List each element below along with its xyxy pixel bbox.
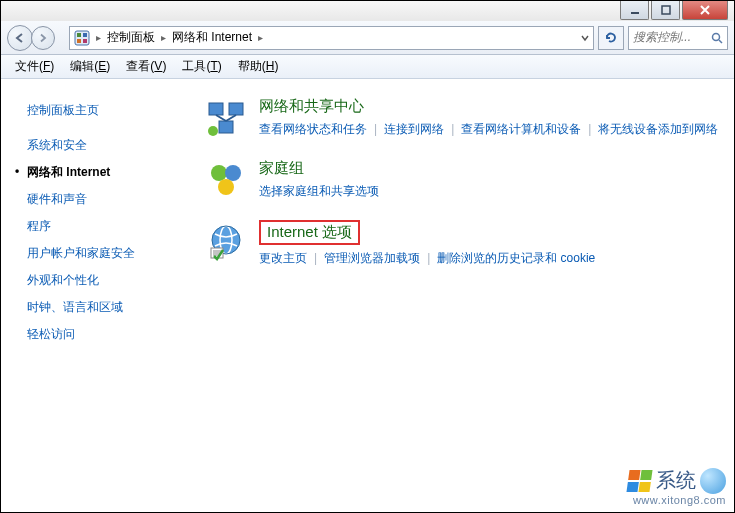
titlebar (1, 1, 734, 21)
svg-rect-11 (219, 121, 233, 133)
svg-rect-9 (209, 103, 223, 115)
link-separator: | (451, 122, 454, 136)
menu-f[interactable]: 文件(F) (7, 56, 62, 77)
link-separator: | (427, 251, 430, 265)
chevron-right-icon: ▸ (161, 32, 166, 43)
main-panel: 网络和共享中心查看网络状态和任务|连接到网络|查看网络计算机和设备|将无线设备添… (201, 79, 734, 512)
watermark: 系统 www.xitong8.com (628, 467, 726, 506)
nav-buttons (7, 25, 65, 51)
sidebar-item-3[interactable]: 硬件和声音 (17, 186, 190, 213)
search-placeholder: 搜索控制... (633, 29, 691, 46)
sidebar-item-6[interactable]: 外观和个性化 (17, 267, 190, 294)
svg-point-15 (211, 165, 227, 181)
svg-point-17 (218, 179, 234, 195)
category-title-network-sharing[interactable]: 网络和共享中心 (259, 97, 364, 116)
sidebar: 控制面板主页系统和安全网络和 Internet硬件和声音程序用户帐户和家庭安全外… (1, 79, 201, 512)
svg-rect-10 (229, 103, 243, 115)
maximize-button[interactable] (651, 1, 680, 20)
task-link[interactable]: 查看网络计算机和设备 (461, 122, 581, 136)
task-link[interactable]: 更改主页 (259, 251, 307, 265)
breadcrumb-item[interactable]: 控制面板 (107, 29, 155, 46)
sidebar-item-0[interactable]: 控制面板主页 (17, 97, 190, 124)
menu-t[interactable]: 工具(T) (174, 56, 229, 77)
svg-point-16 (225, 165, 241, 181)
arrow-right-icon (38, 33, 48, 43)
link-separator: | (374, 122, 377, 136)
content-area: 控制面板主页系统和安全网络和 Internet硬件和声音程序用户帐户和家庭安全外… (1, 79, 734, 512)
address-dropdown[interactable] (581, 34, 589, 42)
back-button[interactable] (7, 25, 33, 51)
window-controls (620, 1, 728, 20)
close-button[interactable] (682, 1, 728, 20)
watermark-url: www.xitong8.com (628, 494, 726, 506)
svg-line-12 (216, 115, 226, 121)
search-icon (711, 32, 723, 44)
svg-point-7 (713, 33, 720, 40)
category-links: 更改主页|管理浏览器加载项|删除浏览的历史记录和 cookie (259, 248, 724, 270)
menu-h[interactable]: 帮助(H) (230, 56, 287, 77)
category-title-internet-options[interactable]: Internet 选项 (259, 220, 360, 245)
category-network-sharing: 网络和共享中心查看网络状态和任务|连接到网络|查看网络计算机和设备|将无线设备添… (205, 97, 724, 141)
breadcrumb-item[interactable]: 网络和 Internet (172, 29, 252, 46)
chevron-down-icon (581, 34, 589, 42)
control-panel-icon (74, 30, 90, 46)
close-icon (699, 4, 711, 16)
sidebar-item-8[interactable]: 轻松访问 (17, 321, 190, 348)
forward-button[interactable] (31, 26, 55, 50)
link-separator: | (588, 122, 591, 136)
search-box[interactable]: 搜索控制... (628, 26, 728, 50)
svg-rect-4 (83, 33, 87, 37)
category-internet-options: Internet 选项更改主页|管理浏览器加载项|删除浏览的历史记录和 cook… (205, 220, 724, 270)
svg-line-8 (719, 40, 722, 43)
task-link[interactable]: 管理浏览器加载项 (324, 251, 420, 265)
svg-rect-3 (77, 33, 81, 37)
sidebar-item-7[interactable]: 时钟、语言和区域 (17, 294, 190, 321)
category-links: 选择家庭组和共享选项 (259, 181, 724, 203)
refresh-button[interactable] (598, 26, 624, 50)
svg-rect-1 (662, 6, 670, 14)
svg-rect-0 (631, 12, 639, 14)
sidebar-item-2[interactable]: 网络和 Internet (17, 159, 190, 186)
address-bar[interactable]: ▸ 控制面板 ▸ 网络和 Internet ▸ (69, 26, 594, 50)
chevron-right-icon: ▸ (96, 32, 101, 43)
menu-v[interactable]: 查看(V) (118, 56, 174, 77)
menubar: 文件(F)编辑(E)查看(V)工具(T)帮助(H) (1, 55, 734, 79)
minimize-button[interactable] (620, 1, 649, 20)
sidebar-item-1[interactable]: 系统和安全 (17, 132, 190, 159)
watermark-ball-icon (700, 468, 726, 494)
category-body: Internet 选项更改主页|管理浏览器加载项|删除浏览的历史记录和 cook… (259, 220, 724, 270)
link-separator: | (314, 251, 317, 265)
task-link[interactable]: 将无线设备添加到网络 (598, 122, 718, 136)
task-link[interactable]: 选择家庭组和共享选项 (259, 184, 379, 198)
homegroup-icon[interactable] (205, 159, 247, 201)
watermark-brand: 系统 (656, 467, 696, 494)
category-body: 网络和共享中心查看网络状态和任务|连接到网络|查看网络计算机和设备|将无线设备添… (259, 97, 724, 141)
network-sharing-icon[interactable] (205, 97, 247, 139)
sidebar-item-4[interactable]: 程序 (17, 213, 190, 240)
refresh-icon (604, 31, 618, 45)
task-link[interactable]: 连接到网络 (384, 122, 444, 136)
category-title-homegroup[interactable]: 家庭组 (259, 159, 304, 178)
category-homegroup: 家庭组选择家庭组和共享选项 (205, 159, 724, 203)
task-link[interactable]: 查看网络状态和任务 (259, 122, 367, 136)
svg-point-14 (208, 126, 218, 136)
arrow-left-icon (14, 32, 26, 44)
svg-rect-6 (83, 39, 87, 43)
svg-line-13 (226, 115, 236, 121)
windows-flag-icon (626, 470, 653, 492)
menu-e[interactable]: 编辑(E) (62, 56, 118, 77)
minimize-icon (630, 5, 640, 15)
chevron-right-icon: ▸ (258, 32, 263, 43)
sidebar-item-5[interactable]: 用户帐户和家庭安全 (17, 240, 190, 267)
category-body: 家庭组选择家庭组和共享选项 (259, 159, 724, 203)
address-row: ▸ 控制面板 ▸ 网络和 Internet ▸ 搜索控制... (1, 21, 734, 55)
internet-options-icon[interactable] (205, 220, 247, 262)
category-links: 查看网络状态和任务|连接到网络|查看网络计算机和设备|将无线设备添加到网络 (259, 119, 724, 141)
task-link[interactable]: 删除浏览的历史记录和 cookie (437, 251, 595, 265)
svg-rect-5 (77, 39, 81, 43)
maximize-icon (661, 5, 671, 15)
